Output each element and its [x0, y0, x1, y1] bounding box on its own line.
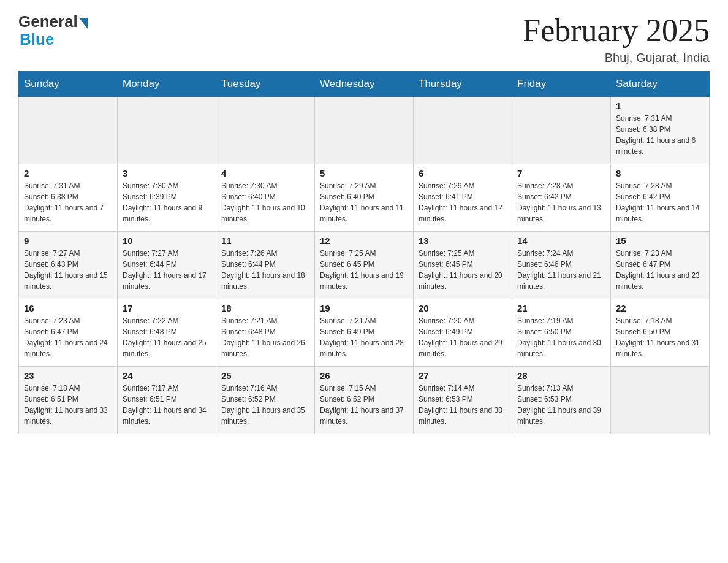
day-info: Sunrise: 7:30 AMSunset: 6:40 PMDaylight:… — [221, 180, 309, 224]
calendar-week-row: 23Sunrise: 7:18 AMSunset: 6:51 PMDayligh… — [19, 367, 710, 434]
calendar-cell: 23Sunrise: 7:18 AMSunset: 6:51 PMDayligh… — [19, 367, 118, 434]
day-number: 10 — [123, 236, 211, 246]
day-of-week-header: Monday — [118, 72, 216, 97]
calendar-cell — [315, 97, 414, 164]
month-title: February 2025 — [523, 12, 710, 48]
calendar-cell: 27Sunrise: 7:14 AMSunset: 6:53 PMDayligh… — [414, 367, 512, 434]
days-of-week-row: SundayMondayTuesdayWednesdayThursdayFrid… — [19, 72, 710, 97]
day-info: Sunrise: 7:29 AMSunset: 6:40 PMDaylight:… — [320, 180, 408, 224]
day-number: 25 — [221, 370, 309, 381]
calendar-cell: 20Sunrise: 7:20 AMSunset: 6:49 PMDayligh… — [414, 299, 512, 367]
calendar-week-row: 16Sunrise: 7:23 AMSunset: 6:47 PMDayligh… — [19, 299, 710, 367]
day-of-week-header: Friday — [512, 72, 611, 97]
calendar-cell: 7Sunrise: 7:28 AMSunset: 6:42 PMDaylight… — [512, 164, 611, 232]
day-number: 15 — [616, 236, 704, 246]
day-number: 2 — [24, 168, 112, 178]
calendar-cell: 6Sunrise: 7:29 AMSunset: 6:41 PMDaylight… — [414, 164, 512, 232]
day-number: 8 — [616, 168, 704, 178]
day-info: Sunrise: 7:30 AMSunset: 6:39 PMDaylight:… — [123, 180, 211, 224]
day-of-week-header: Sunday — [19, 72, 118, 97]
calendar-cell: 10Sunrise: 7:27 AMSunset: 6:44 PMDayligh… — [118, 232, 216, 299]
day-number: 9 — [24, 236, 112, 246]
day-of-week-header: Wednesday — [315, 72, 414, 97]
day-number: 26 — [320, 370, 408, 381]
day-info: Sunrise: 7:26 AMSunset: 6:44 PMDaylight:… — [221, 248, 309, 292]
day-info: Sunrise: 7:23 AMSunset: 6:47 PMDaylight:… — [24, 315, 112, 359]
day-number: 19 — [320, 303, 408, 313]
calendar-cell: 16Sunrise: 7:23 AMSunset: 6:47 PMDayligh… — [19, 299, 118, 367]
day-number: 13 — [419, 236, 507, 246]
calendar-cell: 15Sunrise: 7:23 AMSunset: 6:47 PMDayligh… — [611, 232, 710, 299]
calendar-cell: 22Sunrise: 7:18 AMSunset: 6:50 PMDayligh… — [611, 299, 710, 367]
calendar-cell: 12Sunrise: 7:25 AMSunset: 6:45 PMDayligh… — [315, 232, 414, 299]
calendar-cell: 21Sunrise: 7:19 AMSunset: 6:50 PMDayligh… — [512, 299, 611, 367]
calendar-table: SundayMondayTuesdayWednesdayThursdayFrid… — [18, 71, 710, 434]
day-info: Sunrise: 7:23 AMSunset: 6:47 PMDaylight:… — [616, 248, 704, 292]
day-number: 4 — [221, 168, 309, 178]
day-number: 16 — [24, 303, 112, 313]
day-number: 20 — [419, 303, 507, 313]
page-header: General Blue February 2025 Bhuj, Gujarat… — [18, 12, 710, 65]
day-number: 21 — [517, 303, 605, 313]
day-info: Sunrise: 7:22 AMSunset: 6:48 PMDaylight:… — [123, 315, 211, 359]
day-info: Sunrise: 7:27 AMSunset: 6:44 PMDaylight:… — [123, 248, 211, 292]
calendar-cell: 11Sunrise: 7:26 AMSunset: 6:44 PMDayligh… — [216, 232, 315, 299]
day-number: 14 — [517, 236, 605, 246]
day-number: 7 — [517, 168, 605, 178]
calendar-cell — [216, 97, 315, 164]
day-info: Sunrise: 7:15 AMSunset: 6:52 PMDaylight:… — [320, 383, 408, 427]
day-number: 17 — [123, 303, 211, 313]
logo: General Blue — [18, 12, 88, 49]
day-info: Sunrise: 7:13 AMSunset: 6:53 PMDaylight:… — [517, 383, 605, 427]
day-number: 12 — [320, 236, 408, 246]
day-info: Sunrise: 7:28 AMSunset: 6:42 PMDaylight:… — [616, 180, 704, 224]
day-info: Sunrise: 7:20 AMSunset: 6:49 PMDaylight:… — [419, 315, 507, 359]
day-of-week-header: Saturday — [611, 72, 710, 97]
day-info: Sunrise: 7:18 AMSunset: 6:51 PMDaylight:… — [24, 383, 112, 427]
calendar-cell — [414, 97, 512, 164]
day-info: Sunrise: 7:14 AMSunset: 6:53 PMDaylight:… — [419, 383, 507, 427]
day-info: Sunrise: 7:17 AMSunset: 6:51 PMDaylight:… — [123, 383, 211, 427]
day-info: Sunrise: 7:29 AMSunset: 6:41 PMDaylight:… — [419, 180, 507, 224]
calendar-cell: 4Sunrise: 7:30 AMSunset: 6:40 PMDaylight… — [216, 164, 315, 232]
day-number: 6 — [419, 168, 507, 178]
calendar-week-row: 1Sunrise: 7:31 AMSunset: 6:38 PMDaylight… — [19, 97, 710, 164]
day-info: Sunrise: 7:16 AMSunset: 6:52 PMDaylight:… — [221, 383, 309, 427]
calendar-cell — [611, 367, 710, 434]
calendar-cell — [512, 97, 611, 164]
calendar-cell: 17Sunrise: 7:22 AMSunset: 6:48 PMDayligh… — [118, 299, 216, 367]
day-info: Sunrise: 7:18 AMSunset: 6:50 PMDaylight:… — [616, 315, 704, 359]
day-number: 22 — [616, 303, 704, 313]
day-number: 18 — [221, 303, 309, 313]
location-subtitle: Bhuj, Gujarat, India — [523, 51, 710, 65]
day-info: Sunrise: 7:28 AMSunset: 6:42 PMDaylight:… — [517, 180, 605, 224]
day-info: Sunrise: 7:21 AMSunset: 6:49 PMDaylight:… — [320, 315, 408, 359]
day-number: 11 — [221, 236, 309, 246]
day-info: Sunrise: 7:21 AMSunset: 6:48 PMDaylight:… — [221, 315, 309, 359]
calendar-week-row: 9Sunrise: 7:27 AMSunset: 6:43 PMDaylight… — [19, 232, 710, 299]
calendar-week-row: 2Sunrise: 7:31 AMSunset: 6:38 PMDaylight… — [19, 164, 710, 232]
calendar-cell: 25Sunrise: 7:16 AMSunset: 6:52 PMDayligh… — [216, 367, 315, 434]
calendar-cell: 1Sunrise: 7:31 AMSunset: 6:38 PMDaylight… — [611, 97, 710, 164]
calendar-cell — [19, 97, 118, 164]
calendar-cell: 9Sunrise: 7:27 AMSunset: 6:43 PMDaylight… — [19, 232, 118, 299]
title-block: February 2025 Bhuj, Gujarat, India — [523, 12, 710, 65]
calendar-cell: 5Sunrise: 7:29 AMSunset: 6:40 PMDaylight… — [315, 164, 414, 232]
calendar-cell: 3Sunrise: 7:30 AMSunset: 6:39 PMDaylight… — [118, 164, 216, 232]
day-info: Sunrise: 7:31 AMSunset: 6:38 PMDaylight:… — [24, 180, 112, 224]
calendar-cell: 28Sunrise: 7:13 AMSunset: 6:53 PMDayligh… — [512, 367, 611, 434]
day-of-week-header: Thursday — [414, 72, 512, 97]
calendar-cell: 13Sunrise: 7:25 AMSunset: 6:45 PMDayligh… — [414, 232, 512, 299]
logo-blue-text: Blue — [20, 30, 54, 49]
calendar-cell: 18Sunrise: 7:21 AMSunset: 6:48 PMDayligh… — [216, 299, 315, 367]
calendar-cell: 24Sunrise: 7:17 AMSunset: 6:51 PMDayligh… — [118, 367, 216, 434]
day-info: Sunrise: 7:31 AMSunset: 6:38 PMDaylight:… — [616, 113, 704, 157]
day-number: 27 — [419, 370, 507, 381]
logo-arrow-icon — [79, 18, 88, 29]
day-info: Sunrise: 7:19 AMSunset: 6:50 PMDaylight:… — [517, 315, 605, 359]
day-info: Sunrise: 7:27 AMSunset: 6:43 PMDaylight:… — [24, 248, 112, 292]
day-number: 23 — [24, 370, 112, 381]
day-number: 1 — [616, 101, 704, 111]
day-number: 28 — [517, 370, 605, 381]
day-info: Sunrise: 7:25 AMSunset: 6:45 PMDaylight:… — [320, 248, 408, 292]
